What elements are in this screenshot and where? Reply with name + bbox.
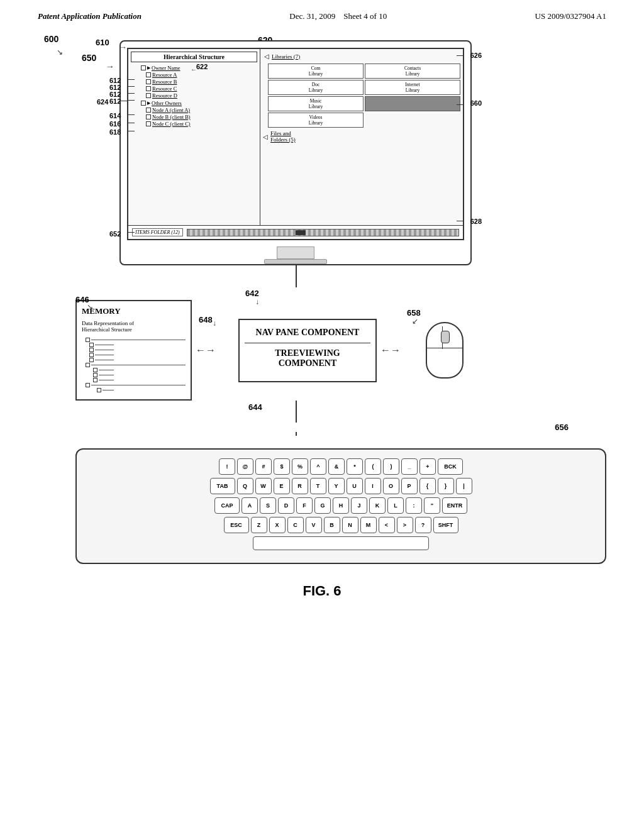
memory-desc: Data Representation ofHierarchical Struc… [82, 320, 186, 333]
key-t: T [310, 478, 326, 494]
key-v: V [306, 517, 322, 533]
label-622: 622 [196, 63, 208, 70]
key-bck: BCK [438, 458, 463, 475]
key-lbrace: { [419, 478, 436, 494]
label-614: 614 [109, 112, 121, 119]
progress-label: ITEMS FOLDER (12) [132, 228, 183, 236]
key-caret: ^ [310, 458, 326, 475]
key-question: ? [415, 517, 431, 533]
label-656: 656 [75, 423, 569, 432]
memory-box: MEMORY Data Representation ofHierarchica… [75, 300, 192, 401]
key-d: D [278, 497, 294, 514]
key-u: U [347, 478, 363, 494]
key-rparen: ) [383, 458, 399, 475]
arrow-mem-nav: ←→ [196, 345, 216, 356]
key-hash: # [255, 458, 272, 475]
key-c: C [287, 517, 304, 533]
key-at: @ [237, 458, 253, 475]
label-600: 600 [44, 34, 58, 44]
key-q: Q [237, 478, 253, 494]
key-percent: % [292, 458, 308, 475]
key-space [253, 536, 429, 550]
label-642: 642 [245, 289, 259, 298]
files-folders-title: Files andFolders (5) [270, 130, 296, 143]
label-648: 648 [199, 315, 213, 324]
key-entr: ENTR [442, 497, 467, 514]
key-k: K [369, 497, 386, 514]
key-amp: & [328, 458, 345, 475]
key-gt: > [397, 517, 413, 533]
key-dollar: $ [274, 458, 290, 475]
lib-contacts: ContactsLibrary [365, 64, 460, 79]
other-owners-item: Other Owners [152, 100, 182, 106]
mouse-icon [426, 322, 464, 379]
key-quote: " [424, 497, 440, 514]
header-right: US 2009/0327904 A1 [535, 11, 606, 21]
key-z: Z [251, 517, 267, 533]
key-cap: CAP [214, 497, 240, 514]
key-exclaim: ! [219, 458, 235, 475]
resource-c-item: Resource C [152, 86, 177, 92]
key-o: O [383, 478, 399, 494]
key-p: P [401, 478, 418, 494]
libraries-arrow: ◁ [264, 53, 269, 60]
key-x: X [269, 517, 286, 533]
key-h: H [333, 497, 349, 514]
resource-d-item: Resource D [152, 92, 177, 99]
key-i: I [365, 478, 381, 494]
arrow-nav-mouse: ←→ [380, 345, 401, 356]
lib-videos: VideosLibrary [268, 113, 364, 128]
label-618: 618 [109, 128, 121, 136]
lib-doc: DocLibrary [268, 80, 364, 95]
key-j: J [351, 497, 367, 514]
key-pipe: | [456, 478, 472, 494]
owner-name-item: Owner Name [152, 65, 180, 71]
keyboard-section: ! @ # $ % ^ & * ( ) _ + BCK TAB Q [75, 448, 606, 564]
lib-com: ComLibrary [268, 64, 364, 79]
label-660: 660 [470, 99, 482, 107]
header-center: Dec. 31, 2009 Sheet 4 of 10 [289, 11, 387, 21]
key-star: * [347, 458, 363, 475]
key-colon: : [406, 497, 422, 514]
libraries-title: Libraries (7) [272, 53, 300, 60]
node-c-item: Node C (client C) [152, 121, 191, 127]
key-m: M [360, 517, 377, 533]
resource-b-item: Resource B [152, 79, 177, 85]
header-left: Patent Application Publication [38, 11, 142, 21]
key-lt: < [379, 517, 395, 533]
key-e: E [274, 478, 290, 494]
key-underscore: _ [401, 458, 418, 475]
label-616: 616 [109, 120, 121, 128]
label-610: 610 [96, 38, 109, 47]
label-650: 650 [82, 53, 96, 63]
label-628: 628 [470, 218, 482, 225]
key-plus: + [419, 458, 436, 475]
key-l: L [387, 497, 404, 514]
label-652: 652 [109, 230, 121, 238]
key-esc: ESC [224, 517, 249, 533]
nav-component-divider: TREEVIEWINGCOMPONENT [245, 343, 370, 368]
node-a-item: Node A (client A) [152, 107, 190, 113]
key-w: W [255, 478, 272, 494]
label-624: 624 [97, 98, 108, 106]
node-b-item: Node B (client B) [152, 114, 191, 120]
label-626: 626 [470, 52, 482, 59]
resource-a-item: Resource A [152, 72, 177, 78]
label-612d: 612 [109, 97, 121, 105]
memory-title: MEMORY [82, 306, 186, 316]
key-shft: SHFT [433, 517, 458, 533]
key-r: R [292, 478, 308, 494]
key-a: A [242, 497, 258, 514]
nav-pane-title: Hierarchical Structure [131, 52, 257, 62]
key-n: N [342, 517, 358, 533]
lib-music: MusicLibrary [268, 96, 364, 111]
key-b: B [324, 517, 340, 533]
figure-label: FIG. 6 [38, 583, 606, 599]
key-g: G [314, 497, 331, 514]
label-658: 658 [407, 308, 421, 318]
lib-pictures: PicturesLibrary [365, 96, 460, 111]
key-lparen: ( [365, 458, 381, 475]
key-rbrace: } [438, 478, 454, 494]
lib-internet: InternetLibrary [365, 80, 460, 95]
key-s: S [260, 497, 276, 514]
